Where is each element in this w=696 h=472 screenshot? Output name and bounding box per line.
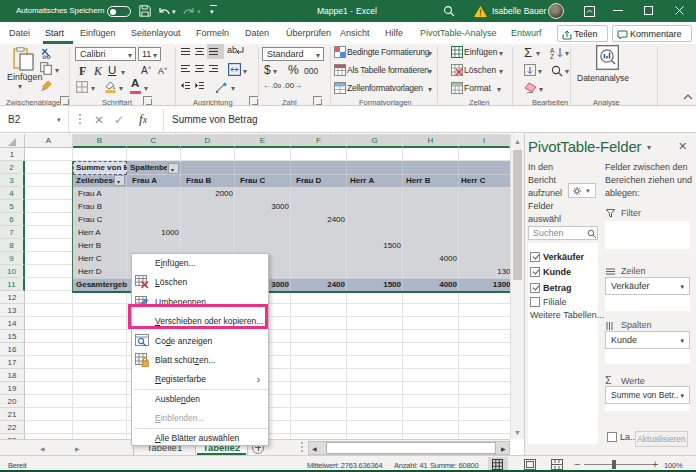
svg-text:Z: Z	[550, 53, 554, 59]
